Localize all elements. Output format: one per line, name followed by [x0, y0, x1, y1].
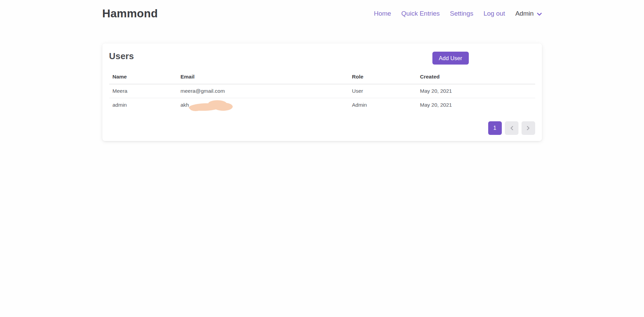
main-content: Users Add User NameEmailRoleCreated Meer… [102, 43, 542, 141]
column-header-role: Role [349, 70, 417, 84]
users-card-header: Users Add User [109, 43, 535, 70]
redaction-scribble [188, 99, 234, 113]
pagination-next-button[interactable] [522, 121, 535, 135]
main-nav: HomeQuick EntriesSettingsLog out Admin [374, 10, 542, 17]
nav-link-home[interactable]: Home [374, 10, 391, 17]
users-table: NameEmailRoleCreated Meera meera@gmail.c… [109, 70, 535, 112]
user-email-cell: meera@gmail.com [177, 84, 349, 98]
column-header-email: Email [177, 70, 349, 84]
user-role-cell: Admin [349, 98, 417, 112]
column-header-name: Name [109, 70, 177, 84]
chevron-left-icon [510, 126, 513, 130]
table-header-row: NameEmailRoleCreated [109, 70, 535, 84]
user-role-cell: User [349, 84, 417, 98]
users-table-body: Meera meera@gmail.com User May 20, [109, 84, 535, 112]
page-title: Users [109, 51, 535, 61]
pagination-prev-button[interactable] [505, 121, 518, 135]
users-card: Users Add User NameEmailRoleCreated Meer… [102, 43, 542, 141]
chevron-right-icon [527, 126, 530, 130]
chevron-down-icon [537, 12, 542, 16]
user-created-cell: May 20, 2021 [417, 84, 535, 98]
table-row: admin akh Admin May 20, 2021 [109, 98, 535, 112]
user-name-cell: Meera [109, 84, 177, 98]
user-email-cell: akh [177, 98, 349, 112]
brand-logo[interactable]: Hammond [102, 7, 158, 20]
table-row: Meera meera@gmail.com User May 20, [109, 84, 535, 98]
pagination-page-1-button[interactable]: 1 [488, 121, 502, 135]
user-name-cell: admin [109, 98, 177, 112]
user-menu-dropdown[interactable]: Admin [515, 10, 542, 17]
nav-link-quick-entries[interactable]: Quick Entries [401, 10, 440, 17]
user-menu-label: Admin [515, 10, 534, 17]
add-user-button[interactable]: Add User [432, 52, 469, 65]
column-header-created: Created [417, 70, 535, 84]
user-created-cell: May 20, 2021 [417, 98, 535, 112]
top-bar: Hammond HomeQuick EntriesSettingsLog out… [102, 0, 542, 27]
nav-link-log-out[interactable]: Log out [483, 10, 505, 17]
pagination: 1 [109, 121, 535, 135]
nav-link-settings[interactable]: Settings [450, 10, 474, 17]
